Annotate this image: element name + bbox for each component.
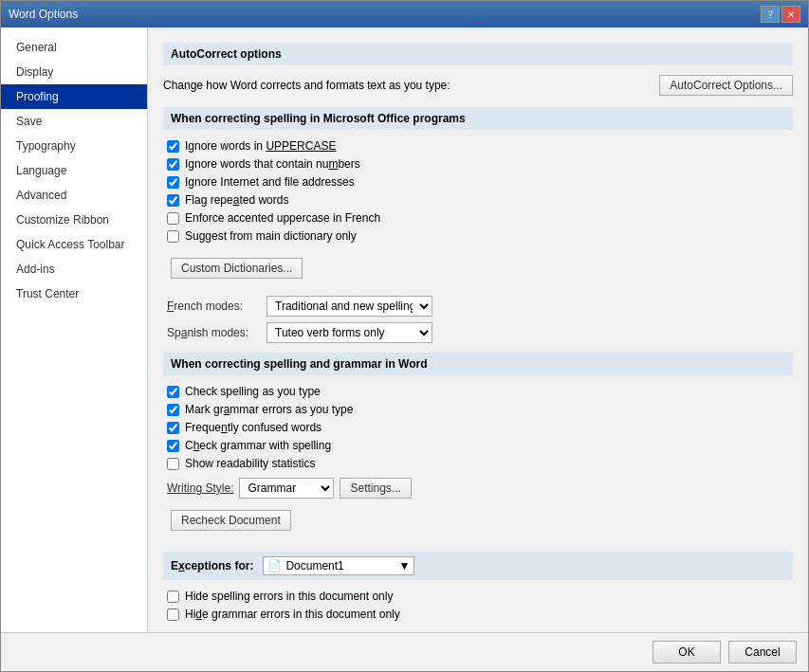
writing-style-label: Writing Style:	[167, 481, 233, 495]
french-modes-label: French modes:	[167, 300, 267, 313]
checkbox-enforce-uppercase-french: Enforce accented uppercase in French	[163, 211, 793, 225]
enforce-uppercase-french-label: Enforce accented uppercase in French	[185, 211, 380, 225]
cancel-button[interactable]: Cancel	[728, 641, 797, 663]
suggest-main-dict-label: Suggest from main dictionary only	[185, 229, 357, 243]
exceptions-doc-value: Document1	[285, 559, 343, 572]
ignore-numbers-checkbox[interactable]	[167, 158, 179, 171]
checkbox-ignore-numbers: Ignore words that contain numbers	[163, 157, 793, 171]
sidebar-item-save[interactable]: Save	[1, 109, 147, 134]
sidebar-item-general[interactable]: General	[1, 35, 147, 60]
writing-style-select[interactable]: Grammar Grammar & Style	[239, 478, 334, 499]
ignore-numbers-label: Ignore words that contain numbers	[185, 157, 360, 171]
checkbox-check-grammar: Check grammar with spelling	[163, 439, 793, 452]
settings-button[interactable]: Settings...	[340, 478, 411, 499]
modes-section: French modes: Traditional and new spelli…	[163, 296, 793, 343]
french-modes-select[interactable]: Traditional and new spellings Traditiona…	[267, 296, 432, 317]
mark-grammar-checkbox[interactable]	[167, 404, 179, 416]
hide-spelling-label: Hide spelling errors in this document on…	[185, 590, 393, 603]
ms-office-section-header: When correcting spelling in Microsoft Of…	[163, 107, 793, 130]
readability-label: Show readability statistics	[185, 457, 315, 470]
dialog-footer: OK Cancel	[1, 632, 808, 671]
word-options-window: Word Options ? ✕ General Display Proofin…	[0, 0, 809, 672]
sidebar: General Display Proofing Save Typography…	[1, 27, 148, 632]
exceptions-label: Exceptions for:	[171, 559, 253, 572]
flag-repeated-label: Flag repeated words	[185, 193, 288, 207]
check-spelling-label: Check spelling as you type	[185, 385, 321, 398]
confused-words-checkbox[interactable]	[167, 422, 179, 434]
title-bar: Word Options ? ✕	[1, 1, 808, 27]
recheck-document-button[interactable]: Recheck Document	[171, 510, 291, 531]
confused-words-label: Frequently confused words	[185, 421, 322, 434]
suggest-main-dict-checkbox[interactable]	[167, 230, 179, 243]
checkbox-confused-words: Frequently confused words	[163, 421, 793, 434]
dropdown-arrow-icon: ▼	[398, 559, 410, 572]
word-section-header: When correcting spelling and grammar in …	[163, 353, 793, 375]
ignore-internet-label: Ignore Internet and file addresses	[185, 175, 355, 189]
french-modes-row: French modes: Traditional and new spelli…	[163, 296, 793, 317]
enforce-uppercase-french-checkbox[interactable]	[167, 212, 179, 225]
checkbox-check-spelling: Check spelling as you type	[163, 385, 793, 398]
autocorrect-description: Change how Word corrects and formats tex…	[163, 79, 450, 92]
hide-grammar-checkbox[interactable]	[167, 608, 179, 621]
window-title: Word Options	[9, 8, 78, 21]
exceptions-section: Exceptions for: 📄 Document1 ▼	[163, 552, 793, 580]
mark-grammar-label: Mark grammar errors as you type	[185, 403, 353, 416]
main-panel: AutoCorrect options Change how Word corr…	[148, 27, 808, 632]
ignore-uppercase-checkbox[interactable]	[167, 140, 179, 153]
ignore-internet-checkbox[interactable]	[167, 176, 179, 189]
dialog-content: General Display Proofing Save Typography…	[1, 27, 808, 632]
check-grammar-label: Check grammar with spelling	[185, 439, 331, 452]
sidebar-item-proofing[interactable]: Proofing	[1, 84, 147, 109]
sidebar-item-language[interactable]: Language	[1, 158, 147, 183]
spanish-modes-select[interactable]: Tuteo verb forms only Voseo verb forms o…	[267, 322, 432, 343]
checkbox-hide-grammar: Hide grammar errors in this document onl…	[163, 608, 793, 621]
title-bar-buttons: ? ✕	[761, 6, 800, 23]
sidebar-item-trust-center[interactable]: Trust Center	[1, 282, 147, 306]
help-button[interactable]: ?	[761, 6, 780, 23]
autocorrect-row: Change how Word corrects and formats tex…	[163, 75, 793, 96]
spanish-modes-label: Spanish modes:	[167, 326, 267, 339]
custom-dictionaries-button[interactable]: Custom Dictionaries...	[171, 258, 303, 279]
sidebar-item-customize-ribbon[interactable]: Customize Ribbon	[1, 208, 147, 232]
close-button[interactable]: ✕	[781, 6, 800, 23]
document-icon: 📄	[267, 559, 282, 572]
checkbox-mark-grammar: Mark grammar errors as you type	[163, 403, 793, 416]
writing-style-row: Writing Style: Grammar Grammar & Style S…	[163, 478, 793, 499]
checkbox-ignore-uppercase: Ignore words in UPPERCASE	[163, 139, 793, 153]
readability-checkbox[interactable]	[167, 458, 179, 470]
exceptions-document-select[interactable]: 📄 Document1 ▼	[263, 556, 414, 575]
hide-grammar-label: Hide grammar errors in this document onl…	[185, 608, 400, 621]
sidebar-item-typography[interactable]: Typography	[1, 134, 147, 158]
autocorrect-section-header: AutoCorrect options	[163, 43, 793, 65]
ok-button[interactable]: OK	[653, 641, 721, 663]
flag-repeated-checkbox[interactable]	[167, 194, 179, 207]
check-spelling-checkbox[interactable]	[167, 386, 179, 398]
checkbox-ignore-internet: Ignore Internet and file addresses	[163, 175, 793, 189]
checkbox-hide-spelling: Hide spelling errors in this document on…	[163, 590, 793, 603]
hide-spelling-checkbox[interactable]	[167, 590, 179, 603]
sidebar-item-quick-access[interactable]: Quick Access Toolbar	[1, 232, 147, 257]
sidebar-item-advanced[interactable]: Advanced	[1, 183, 147, 208]
check-grammar-checkbox[interactable]	[167, 440, 179, 452]
ignore-uppercase-label: Ignore words in UPPERCASE	[185, 139, 336, 153]
checkbox-flag-repeated: Flag repeated words	[163, 193, 793, 207]
checkbox-suggest-main-dict: Suggest from main dictionary only	[163, 229, 793, 243]
spanish-modes-row: Spanish modes: Tuteo verb forms only Vos…	[163, 322, 793, 343]
sidebar-item-add-ins[interactable]: Add-ins	[1, 257, 147, 282]
autocorrect-options-button[interactable]: AutoCorrect Options...	[659, 75, 793, 96]
sidebar-item-display[interactable]: Display	[1, 60, 147, 84]
checkbox-readability: Show readability statistics	[163, 457, 793, 470]
